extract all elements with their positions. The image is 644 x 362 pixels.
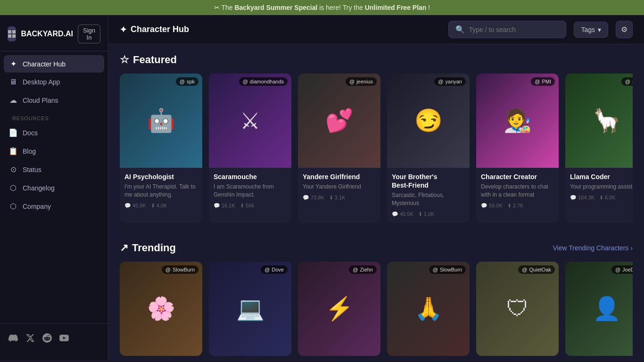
author-name: spk (187, 79, 195, 84)
author-at-icon: @ (625, 79, 630, 84)
author-at-icon: @ (535, 79, 540, 84)
trending-icon: ↗ (120, 242, 128, 254)
card-llama-coder[interactable]: 🦙 @ spk Llama Coder Your programming ass… (565, 74, 633, 223)
announcement-banner: ✂ The Backyard Summer Special is here! T… (0, 0, 644, 15)
settings-icon: ⚙ (621, 25, 627, 33)
card-joedoe-1[interactable]: 👤 @ JoeDoe (565, 262, 633, 356)
sidebar-item-label: Status (23, 166, 41, 173)
sidebar-item-label: Character Hub (23, 60, 66, 68)
logo-icon (8, 26, 16, 41)
svg-rect-1 (12, 30, 16, 33)
author-name: jeenius (356, 79, 373, 84)
status-icon: ⊙ (8, 165, 18, 174)
card-description: Develop characters to chat with in a cle… (481, 183, 554, 199)
reddit-icon[interactable] (42, 333, 52, 345)
sidebar-item-blog[interactable]: 📋 Blog (4, 142, 104, 160)
card-name: Scaramouche (214, 173, 287, 181)
sidebar-item-label: Desktop App (23, 78, 60, 86)
svg-rect-2 (8, 34, 11, 38)
sidebar-item-label: Cloud Plans (23, 97, 58, 104)
card-stats: 💬 104.3K ⬇ 6.0K (570, 195, 633, 201)
author-at-icon: @ (438, 79, 443, 84)
card-image-wrap: 💕 @ jeenius (298, 74, 380, 168)
featured-cards-row: 🤖 @ spk AI Psychologist I'm your AI Ther… (120, 74, 633, 223)
card-quietoak-1[interactable]: 🛡 @ QuietOak (476, 262, 559, 356)
search-box[interactable]: 🔍 (448, 21, 566, 38)
card-name: Character Creator (481, 173, 554, 181)
cloud-plans-icon: ☁ (8, 96, 18, 105)
card-stats: 💬 59.0K ⬇ 2.7K (481, 203, 554, 209)
sidebar-item-docs[interactable]: 📄 Docs (4, 124, 104, 141)
resources-section-label: Resources (4, 110, 104, 124)
card-scaramouche[interactable]: ⚔ @ diamondhands Scaramouche I am Scaram… (209, 74, 291, 223)
card-ai-psychologist[interactable]: 🤖 @ spk AI Psychologist I'm your AI Ther… (120, 74, 202, 223)
card-image: 💕 (298, 74, 380, 168)
company-icon: ⬡ (8, 202, 18, 211)
youtube-icon[interactable] (59, 333, 69, 345)
card-views: 💬 104.3K (570, 195, 594, 201)
card-author-badge: @ spk (621, 77, 633, 86)
desktop-app-icon: 🖥 (8, 78, 18, 86)
card-slowburn-1[interactable]: 🌸 @ SlowBurn (120, 262, 202, 356)
view-trending-link[interactable]: View Trending Characters › (553, 244, 633, 252)
featured-title-text: Featured (133, 54, 177, 66)
author-at-icon: @ (180, 79, 185, 84)
author-at-icon: @ (264, 267, 270, 272)
sidebar-item-status[interactable]: ⊙ Status (4, 161, 104, 178)
card-image: 🧑‍🎨 (476, 74, 559, 168)
page-title-text: Character Hub (131, 25, 189, 34)
card-body: AI Psychologist I'm your AI Therapist. T… (120, 168, 202, 214)
chevron-right-icon: › (630, 244, 633, 252)
sidebar-item-changelog[interactable]: ⬡ Changelog (4, 179, 104, 197)
card-slowburn-2[interactable]: 🙏 @ SlowBurn (387, 262, 470, 356)
card-image: 👤 (565, 262, 633, 356)
card-image-wrap: 🦙 @ spk (565, 74, 633, 168)
search-input[interactable] (469, 26, 559, 33)
card-dove-1[interactable]: 💻 @ Dove (209, 262, 291, 356)
card-description: I am Scaramouche from Genshin Impact. (214, 183, 287, 199)
discord-icon[interactable] (8, 333, 18, 345)
sign-in-button[interactable]: Sign In (78, 25, 100, 43)
card-brother-bestfriend[interactable]: 😏 @ yanyan Your Brother's Best‑Friend Sa… (387, 74, 470, 223)
card-image: 🌸 (120, 262, 202, 356)
card-image-wrap: 🤖 @ spk (120, 74, 202, 168)
author-name: JoeDoe (622, 267, 633, 272)
logo-text: BACKYARD.AI (21, 30, 73, 38)
character-hub-icon: ✦ (8, 59, 18, 68)
sidebar-item-label: Docs (23, 129, 38, 137)
x-twitter-icon[interactable] (25, 333, 35, 345)
banner-text-mid: is here! Try the (319, 4, 363, 11)
card-image: ⚔ (209, 74, 291, 168)
card-author-badge: @ Ziehn (349, 265, 377, 274)
sidebar-item-cloud-plans[interactable]: ☁ Cloud Plans (4, 91, 104, 109)
author-name: Dove (272, 267, 284, 272)
settings-button[interactable]: ⚙ (616, 21, 633, 38)
card-downloads: ⬇ 2.7K (507, 203, 524, 209)
card-image: 💻 (209, 262, 291, 356)
author-name: QuietOak (529, 267, 551, 272)
banner-bold2: Unlimited Free Plan (365, 4, 427, 11)
card-body: Scaramouche I am Scaramouche from Genshi… (209, 168, 291, 214)
author-at-icon: @ (165, 267, 171, 272)
card-character-creator[interactable]: 🧑‍🎨 @ PMI Character Creator Develop char… (476, 74, 559, 223)
card-ziehn-1[interactable]: ⚡ @ Ziehn (298, 262, 380, 356)
sidebar-item-label: Company (23, 203, 51, 210)
trending-title-text: Trending (132, 242, 176, 254)
sidebar-item-character-hub[interactable]: ✦ Character Hub (4, 55, 104, 73)
author-name: SlowBurn (440, 267, 462, 272)
tags-button[interactable]: Tags ▾ (574, 22, 608, 38)
sidebar-item-company[interactable]: ⬡ Company (4, 197, 104, 215)
sidebar-item-desktop-app[interactable]: 🖥 Desktop App (4, 74, 104, 90)
banner-icon: ✂ (214, 4, 220, 11)
card-views: 💬 59.0K (481, 203, 503, 209)
author-at-icon: @ (433, 267, 438, 272)
card-body: Your Brother's Best‑Friend Sarcastic, Fl… (387, 168, 470, 223)
featured-header: ☆ Featured (120, 54, 633, 66)
sidebar-item-label: Changelog (23, 184, 55, 192)
sidebar-header: BACKYARD.AI Sign In (0, 21, 108, 51)
card-downloads: ⬇ 566 (240, 203, 254, 209)
author-at-icon: @ (349, 79, 355, 84)
card-views: 💬 45.0K (124, 203, 146, 209)
author-at-icon: @ (353, 267, 358, 272)
card-yandere-girlfriend[interactable]: 💕 @ jeenius Yandere Girlfriend Your Yand… (298, 74, 380, 223)
